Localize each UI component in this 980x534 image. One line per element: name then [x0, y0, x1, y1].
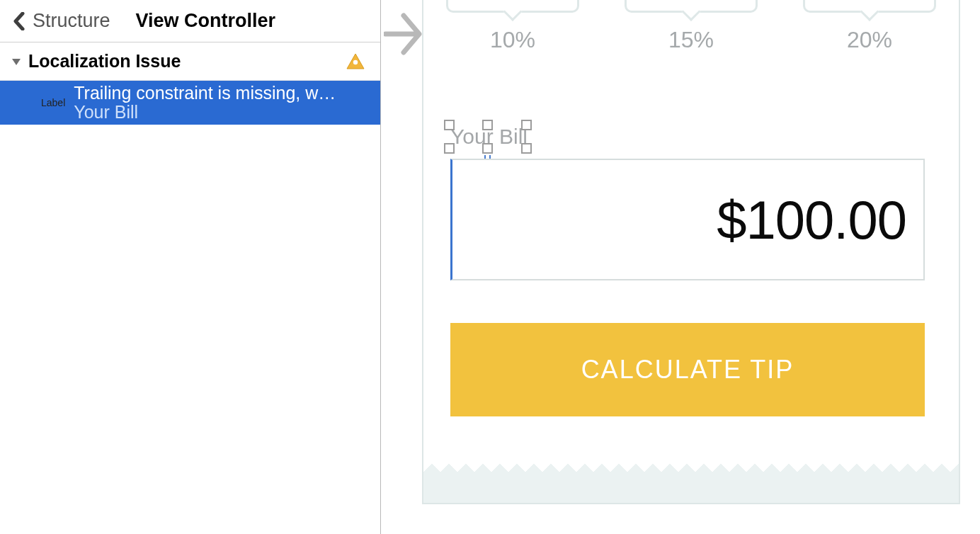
- nav-current-title: View Controller: [136, 10, 276, 32]
- issue-row[interactable]: Label Trailing constraint is missing, w……: [0, 81, 380, 125]
- svg-point-0: [353, 59, 358, 64]
- tip-bubble-icon: [446, 0, 579, 13]
- view-controller-scene[interactable]: 10% 15% 20% Your Bill $100.00 CALCULATE …: [422, 0, 960, 504]
- sidebar-header: Structure View Controller: [0, 0, 380, 42]
- tip-percent-label: 20%: [847, 27, 892, 53]
- selection-handle-icon[interactable]: [482, 143, 493, 154]
- issue-title: Trailing constraint is missing, w…: [74, 84, 336, 103]
- entry-arrow-icon[interactable]: [384, 6, 425, 65]
- receipt-zigzag-icon: [423, 460, 959, 503]
- tip-percent-label: 15%: [668, 27, 714, 53]
- issue-group-label: Localization Issue: [28, 51, 346, 72]
- issue-group-row[interactable]: Localization Issue: [0, 42, 380, 81]
- back-chevron-icon[interactable]: [13, 12, 25, 30]
- warning-triangle-icon: [346, 53, 365, 70]
- tip-option[interactable]: 20%: [780, 0, 959, 57]
- selection-handle-icon[interactable]: [521, 120, 532, 130]
- issue-chip: Label: [41, 97, 65, 108]
- disclosure-triangle-icon[interactable]: [11, 57, 21, 67]
- selection-handle-icon[interactable]: [521, 143, 532, 154]
- selection-handle-icon[interactable]: [482, 120, 493, 130]
- issue-text-wrap: Trailing constraint is missing, w… Your …: [74, 84, 336, 123]
- tip-bubble-icon: [625, 0, 758, 13]
- tip-option[interactable]: 10%: [423, 0, 602, 57]
- issue-navigator-sidebar: Structure View Controller Localization I…: [0, 0, 381, 534]
- interface-builder-canvas[interactable]: 10% 15% 20% Your Bill $100.00 CALCULATE …: [381, 0, 980, 534]
- issue-subtitle: Your Bill: [74, 103, 336, 123]
- nav-back-label[interactable]: Structure: [33, 10, 110, 32]
- tip-percent-row: 10% 15% 20%: [423, 0, 959, 57]
- calculate-tip-button[interactable]: CALCULATE TIP: [450, 323, 925, 416]
- selection-handle-icon[interactable]: [444, 143, 455, 154]
- tip-bubble-icon: [803, 0, 936, 13]
- selection-handle-icon[interactable]: [444, 120, 455, 130]
- bill-amount-value: $100.00: [717, 189, 906, 251]
- tip-percent-label: 10%: [490, 27, 535, 53]
- tip-option[interactable]: 15%: [602, 0, 780, 57]
- bill-amount-field[interactable]: $100.00: [450, 159, 925, 280]
